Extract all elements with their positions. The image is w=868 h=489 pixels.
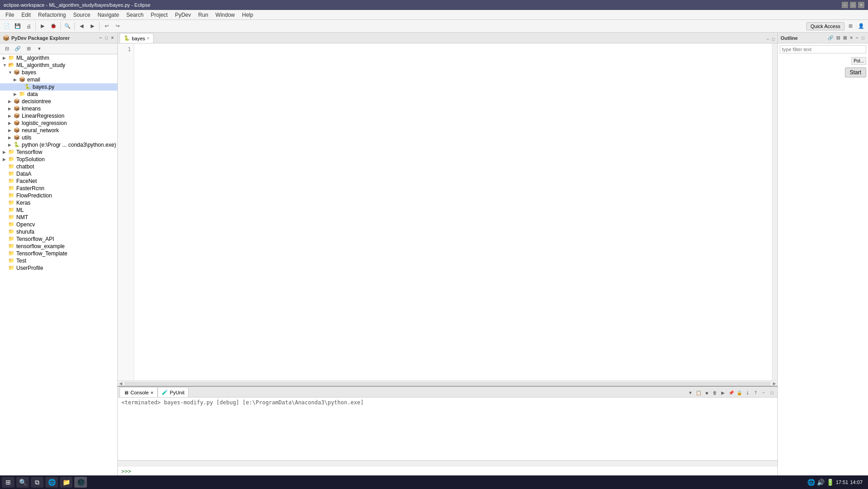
- tree-item-facenet[interactable]: ▶ 📁 FaceNet: [0, 177, 117, 185]
- tree-item-bayes[interactable]: ▼ 📦 bayes: [0, 69, 117, 76]
- debug-button[interactable]: 🐞: [48, 21, 58, 31]
- tree-item-bayes-py[interactable]: ▶ 🐍 bayes.py: [0, 83, 117, 91]
- tree-item-userprofile[interactable]: ▶ 📁 UserProfile: [0, 264, 117, 272]
- scroll-right-button[interactable]: ▶: [772, 381, 777, 386]
- menu-navigate[interactable]: Navigate: [94, 11, 122, 19]
- tree-item-logistic-regression[interactable]: ▶ 📦 logistic_regression: [0, 120, 117, 127]
- tree-item-fasterrcnn[interactable]: ▶ 📁 FasterRcnn: [0, 185, 117, 192]
- tree-item-flowprediction[interactable]: ▶ 📁 FlowPrediction: [0, 192, 117, 199]
- console-tab[interactable]: 🖥 Console ×: [120, 387, 158, 397]
- console-pin-button[interactable]: 📌: [728, 389, 735, 396]
- tree-item-chatbot[interactable]: ▶ 📁 chatbot: [0, 163, 117, 170]
- tree-item-python[interactable]: ▶ 🐍 python (e:\Progr ... conda3\python.e…: [0, 141, 117, 149]
- new-button[interactable]: 📄: [2, 21, 12, 31]
- editor-maximize-button[interactable]: □: [771, 36, 776, 42]
- collapse-all-button[interactable]: ⊟: [2, 44, 12, 54]
- start-button[interactable]: ⊞: [2, 477, 14, 488]
- undo-button[interactable]: ↩: [101, 21, 111, 31]
- menu-project[interactable]: Project: [147, 11, 171, 19]
- console-scroll-end[interactable]: ⤓: [744, 389, 751, 396]
- minimize-button[interactable]: −: [842, 2, 848, 8]
- tree-item-ml-algorithm-study[interactable]: ▼ 📂 ML_algorithm_study: [0, 62, 117, 69]
- console-ctrl-1[interactable]: ▼: [687, 389, 694, 396]
- tree-item-nmt[interactable]: ▶ 📁 NMT: [0, 214, 117, 221]
- tree-item-decisiontree[interactable]: ▶ 📦 decisiontree: [0, 98, 117, 105]
- menu-source[interactable]: Source: [69, 11, 94, 19]
- back-button[interactable]: ◀: [77, 21, 87, 31]
- pyunit-tab[interactable]: 🧪 PyUnit: [158, 387, 188, 397]
- console-maximize[interactable]: □: [768, 389, 776, 396]
- console-run-button[interactable]: ▶: [719, 389, 727, 396]
- console-tab-close[interactable]: ×: [150, 390, 153, 395]
- tree-item-ml[interactable]: ▶ 📁 ML: [0, 206, 117, 214]
- taskbar-edge[interactable]: 🌐: [45, 477, 58, 488]
- outline-start-button[interactable]: Start: [845, 67, 866, 77]
- editor-tab-close[interactable]: ×: [147, 36, 149, 41]
- toolbar-extra-1[interactable]: ⊞: [845, 21, 855, 31]
- tree-item-dataa[interactable]: ▶ 📁 DataA: [0, 170, 117, 177]
- maximize-button[interactable]: □: [850, 2, 856, 8]
- console-scroll-lock[interactable]: 🔒: [736, 389, 743, 396]
- quick-access-button[interactable]: Quick Access: [806, 22, 844, 30]
- tree-item-shurufa[interactable]: ▶ 📁 shurufa: [0, 228, 117, 235]
- tree-item-kmeans[interactable]: ▶ 📦 kmeans: [0, 105, 117, 112]
- menu-file[interactable]: File: [2, 11, 18, 19]
- editor-scrollbar[interactable]: [772, 43, 777, 380]
- editor-tab-bayes[interactable]: 🐍 bayes ×: [120, 33, 154, 43]
- taskbar-explorer[interactable]: 📁: [60, 477, 72, 488]
- menu-help[interactable]: Help: [238, 11, 257, 19]
- tree-item-utils[interactable]: ▶ 📦 utils: [0, 134, 117, 141]
- editor-minimize-button[interactable]: −: [766, 36, 770, 42]
- tree-item-tensorflow-api[interactable]: ▶ 📁 Tensorflow_API: [0, 235, 117, 243]
- code-editor[interactable]: [134, 43, 772, 380]
- minimize-panel-button[interactable]: −: [98, 35, 103, 41]
- tree-item-data[interactable]: ▶ 📁 data: [0, 91, 117, 98]
- taskbar-taskview[interactable]: ⧉: [31, 477, 43, 488]
- console-new-button[interactable]: 📋: [695, 389, 702, 396]
- menu-refactoring[interactable]: Refactoring: [34, 11, 69, 19]
- expand-button[interactable]: ⊞: [24, 44, 34, 54]
- outline-maximize-button[interactable]: □: [861, 35, 865, 41]
- print-button[interactable]: 🖨: [24, 21, 34, 31]
- tree-item-test[interactable]: ▶ 📁 Test: [0, 257, 117, 264]
- outline-close-button[interactable]: ×: [849, 35, 854, 41]
- save-button[interactable]: 💾: [13, 21, 23, 31]
- outline-collapse-button[interactable]: ⊟: [835, 35, 841, 41]
- tree-item-linearregression[interactable]: ▶ 📦 LinearRegression: [0, 112, 117, 120]
- close-button[interactable]: ×: [858, 2, 864, 8]
- tree-item-ml-algorithm[interactable]: ▶ 📁 ML_algorithm: [0, 54, 117, 62]
- tree-item-tensorflow-template[interactable]: ▶ 📁 Tensorflow_Template: [0, 250, 117, 257]
- taskbar-eclipse[interactable]: 🌑: [74, 477, 87, 488]
- menu-search[interactable]: Search: [123, 11, 147, 19]
- toolbar-extra-2[interactable]: 👤: [856, 21, 866, 31]
- menu-edit[interactable]: Edit: [18, 11, 34, 19]
- search-button[interactable]: 🔍: [63, 21, 72, 31]
- tree-item-tensorflow-example[interactable]: ▶ 📁 tensorflow_example: [0, 243, 117, 250]
- outline-expand-button[interactable]: ⊞: [842, 35, 848, 41]
- console-minimize[interactable]: −: [760, 389, 767, 396]
- link-editor-button[interactable]: 🔗: [13, 44, 23, 54]
- console-scroll-up[interactable]: ⤒: [752, 389, 759, 396]
- maximize-panel-button[interactable]: □: [104, 35, 109, 41]
- console-clear-button[interactable]: 🗑: [711, 389, 719, 396]
- redo-button[interactable]: ↪: [112, 21, 122, 31]
- menu-window[interactable]: Window: [212, 11, 239, 19]
- outline-filter-input[interactable]: [780, 45, 866, 53]
- close-panel-button[interactable]: ×: [110, 35, 115, 41]
- tree-item-tensorflow[interactable]: ▶ 📁 Tensorflow: [0, 149, 117, 156]
- menu-pydev[interactable]: PyDev: [171, 11, 194, 19]
- tree-item-opencv[interactable]: ▶ 📁 Opencv: [0, 221, 117, 228]
- outline-minimize-button[interactable]: −: [855, 35, 859, 41]
- tree-item-email[interactable]: ▶ 📦 email: [0, 76, 117, 83]
- scroll-left-button[interactable]: ◀: [118, 381, 124, 386]
- explorer-menu-button[interactable]: ▾: [34, 44, 44, 54]
- run-button[interactable]: ▶: [38, 21, 48, 31]
- tree-item-neural-network[interactable]: ▶ 📦 neural_network: [0, 127, 117, 134]
- tree-item-keras[interactable]: ▶ 📁 Keras: [0, 199, 117, 206]
- taskbar-search[interactable]: 🔍: [16, 477, 29, 488]
- console-stop-button[interactable]: ■: [703, 389, 710, 396]
- forward-button[interactable]: ▶: [87, 21, 97, 31]
- tree-item-topsolution[interactable]: ▶ 📁 TopSolution: [0, 156, 117, 163]
- outline-sync-button[interactable]: 🔗: [827, 35, 834, 41]
- menu-run[interactable]: Run: [195, 11, 212, 19]
